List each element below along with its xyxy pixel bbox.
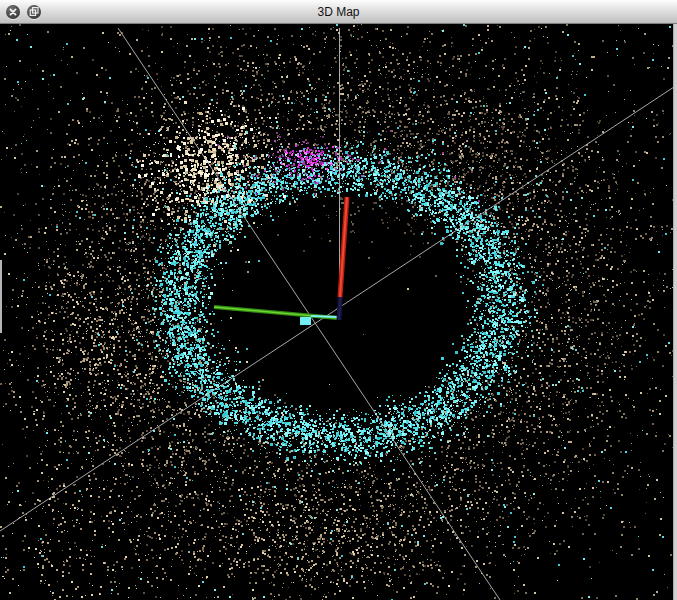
point-cloud-canvas[interactable]: [0, 24, 673, 600]
map-3d-viewport[interactable]: [0, 24, 673, 600]
close-button[interactable]: [6, 5, 20, 19]
window-title: 3D Map: [0, 0, 677, 24]
titlebar[interactable]: 3D Map: [0, 0, 677, 24]
close-icon: [6, 5, 20, 19]
float-icon: [27, 5, 41, 19]
window-right-border: [673, 24, 677, 600]
float-button[interactable]: [27, 5, 41, 19]
dock-window-3d-map: 3D Map: [0, 0, 677, 600]
